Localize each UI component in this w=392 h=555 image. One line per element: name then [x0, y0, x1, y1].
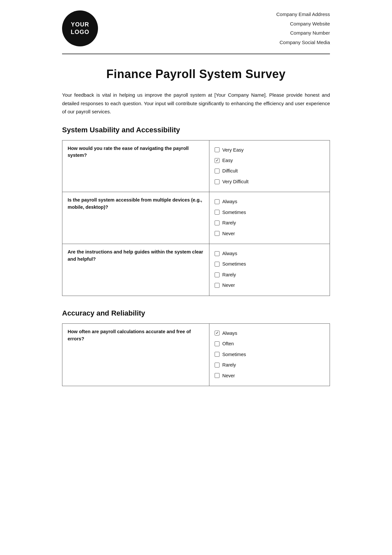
answer-option[interactable]: Often	[215, 339, 324, 349]
checkbox-icon[interactable]	[215, 331, 220, 335]
checkbox-icon[interactable]	[215, 262, 220, 267]
answer-option[interactable]: Always	[215, 328, 324, 338]
option-label: Always	[222, 249, 237, 258]
answer-option[interactable]: Difficult	[215, 166, 324, 176]
checkbox-icon[interactable]	[215, 272, 220, 277]
company-logo: YOUR LOGO	[62, 10, 98, 46]
option-label: Rarely	[222, 360, 236, 370]
sections-container: System Usability and AccessibilityHow wo…	[62, 126, 330, 386]
answer-option[interactable]: Always	[215, 249, 324, 258]
answer-option[interactable]: Always	[215, 197, 324, 206]
checkbox-icon[interactable]	[215, 169, 220, 173]
company-website: Company Website	[276, 19, 330, 29]
checkbox-icon[interactable]	[215, 231, 220, 236]
question-cell-0-1: Is the payroll system accessible from mu…	[62, 192, 209, 244]
title-section: Finance Payroll System Survey	[62, 67, 330, 81]
question-cell-0-2: Are the instructions and help guides wit…	[62, 244, 209, 296]
survey-table-1: How often are payroll calculations accur…	[62, 323, 330, 386]
option-label: Always	[222, 197, 237, 206]
checkbox-icon[interactable]	[215, 283, 220, 288]
question-cell-1-0: How often are payroll calculations accur…	[62, 323, 209, 386]
answer-option[interactable]: Rarely	[215, 270, 324, 280]
option-label: Sometimes	[222, 259, 246, 269]
checkbox-icon[interactable]	[215, 147, 220, 152]
checkbox-icon[interactable]	[215, 199, 220, 204]
table-row: How would you rate the ease of navigatin…	[62, 140, 330, 192]
section-heading-1: Accuracy and Reliability	[62, 309, 330, 318]
checkbox-icon[interactable]	[215, 210, 220, 215]
option-label: Never	[222, 371, 235, 381]
answer-cell-0-2: AlwaysSometimesRarelyNever	[209, 244, 330, 296]
answer-option[interactable]: Very Easy	[215, 145, 324, 155]
survey-table-0: How would you rate the ease of navigatin…	[62, 140, 330, 296]
answer-option[interactable]: Very Difficult	[215, 177, 324, 187]
survey-intro: Your feedback is vital in helping us imp…	[62, 91, 330, 116]
company-email: Company Email Address	[276, 10, 330, 19]
checkbox-icon[interactable]	[215, 220, 220, 225]
answer-option[interactable]: Never	[215, 371, 324, 381]
answer-cell-0-0: Very EasyEasyDifficultVery Difficult	[209, 140, 330, 192]
option-label: Very Easy	[222, 145, 243, 155]
answer-option[interactable]: Rarely	[215, 218, 324, 228]
option-label: Always	[222, 328, 237, 338]
answer-cell-1-0: AlwaysOftenSometimesRarelyNever	[209, 323, 330, 386]
company-number: Company Number	[276, 28, 330, 38]
checkbox-icon[interactable]	[215, 341, 220, 346]
survey-title: Finance Payroll System Survey	[62, 67, 330, 81]
answer-option[interactable]: Easy	[215, 155, 324, 165]
checkbox-icon[interactable]	[215, 251, 220, 256]
option-label: Never	[222, 229, 235, 238]
question-cell-0-0: How would you rate the ease of navigatin…	[62, 140, 209, 192]
checkbox-icon[interactable]	[215, 352, 220, 357]
section-heading-0: System Usability and Accessibility	[62, 126, 330, 134]
answer-option[interactable]: Never	[215, 229, 324, 238]
option-label: Rarely	[222, 270, 236, 280]
answer-option[interactable]: Rarely	[215, 360, 324, 370]
answer-option[interactable]: Sometimes	[215, 350, 324, 359]
logo-line2: LOGO	[71, 28, 90, 36]
option-label: Difficult	[222, 166, 237, 176]
answer-option[interactable]: Never	[215, 280, 324, 290]
company-info: Company Email Address Company Website Co…	[276, 10, 330, 47]
table-row: How often are payroll calculations accur…	[62, 323, 330, 386]
logo-line1: YOUR	[71, 21, 89, 28]
answer-option[interactable]: Sometimes	[215, 207, 324, 217]
option-label: Easy	[222, 155, 233, 165]
option-label: Rarely	[222, 218, 236, 228]
option-label: Sometimes	[222, 350, 246, 359]
checkbox-icon[interactable]	[215, 363, 220, 367]
option-label: Very Difficult	[222, 177, 248, 187]
table-row: Is the payroll system accessible from mu…	[62, 192, 330, 244]
checkbox-icon[interactable]	[215, 158, 220, 163]
table-row: Are the instructions and help guides wit…	[62, 244, 330, 296]
checkbox-icon[interactable]	[215, 373, 220, 378]
page-header: YOUR LOGO Company Email Address Company …	[62, 10, 330, 54]
option-label: Often	[222, 339, 234, 349]
answer-option[interactable]: Sometimes	[215, 259, 324, 269]
answer-cell-0-1: AlwaysSometimesRarelyNever	[209, 192, 330, 244]
checkbox-icon[interactable]	[215, 179, 220, 184]
option-label: Never	[222, 280, 235, 290]
company-social: Company Social Media	[276, 38, 330, 47]
option-label: Sometimes	[222, 207, 246, 217]
